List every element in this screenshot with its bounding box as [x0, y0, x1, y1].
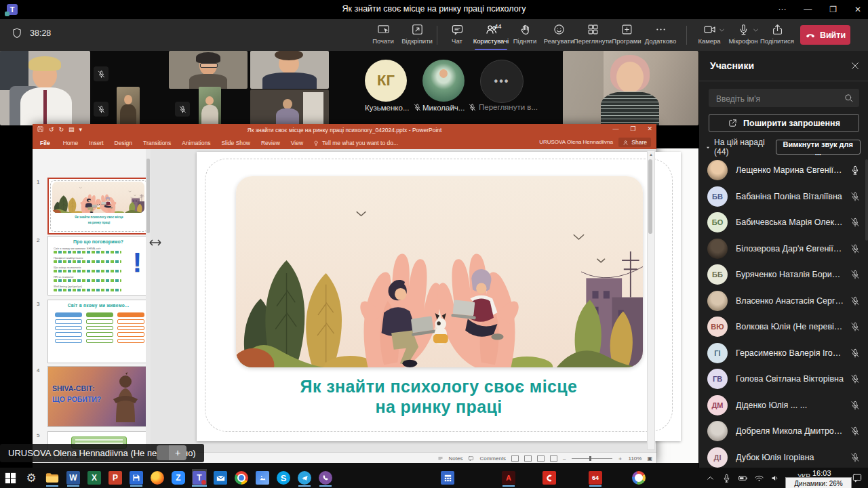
- toolbar-button[interactable]: Почати: [366, 21, 400, 49]
- participant-row[interactable]: БО Бабичевська Марія Олексан...: [699, 209, 868, 236]
- zoom-in-icon[interactable]: ＋: [618, 455, 623, 462]
- taskbar-icon-firefox[interactable]: [150, 469, 165, 487]
- participant-row[interactable]: Власенко Анастасія Сергіївна: [699, 288, 868, 314]
- search-icon[interactable]: [844, 93, 854, 103]
- tell-me-box[interactable]: Tell me what you want to do...: [313, 140, 398, 146]
- zoom-out-icon[interactable]: –: [563, 455, 566, 462]
- window-maximize-icon[interactable]: ❐: [829, 5, 837, 14]
- chevron-down-icon[interactable]: [752, 26, 760, 34]
- participant-mic-icon[interactable]: [850, 321, 861, 332]
- section-label[interactable]: На цій нараді (44): [714, 138, 775, 157]
- ppt-share-button[interactable]: Share: [618, 138, 651, 147]
- ppt-restore-icon[interactable]: ❐: [630, 125, 635, 132]
- avatar[interactable]: [422, 60, 465, 102]
- participant-mic-icon[interactable]: [850, 426, 861, 436]
- ribbon-tab-view[interactable]: View: [285, 140, 309, 146]
- toolbar-button[interactable]: Програми: [610, 21, 644, 49]
- taskbar-icon-bluedisk[interactable]: [129, 469, 144, 487]
- participant-mic-icon[interactable]: [850, 452, 861, 463]
- sorter-view-icon[interactable]: [524, 455, 532, 462]
- taskbar-icon-powerpoint[interactable]: P: [108, 469, 123, 487]
- participant-mic-icon[interactable]: [850, 348, 861, 359]
- window-close-icon[interactable]: ✕: [854, 5, 861, 14]
- search-input[interactable]: [715, 89, 840, 108]
- zoom-out-segment[interactable]: [157, 445, 169, 460]
- notes-toggle[interactable]: Notes: [449, 455, 463, 462]
- ribbon-tab-review[interactable]: Review: [256, 140, 285, 146]
- ribbon-tab-design[interactable]: Design: [109, 140, 138, 146]
- zoom-in-segment[interactable]: +: [169, 445, 186, 460]
- video-tile[interactable]: [117, 87, 140, 125]
- participant-row[interactable]: ГВ Голова Світлана Вікторівна: [699, 366, 868, 392]
- ribbon-tab-insert[interactable]: Insert: [83, 140, 108, 146]
- participant-row[interactable]: Білозерова Дар'я Євгеніївна: [699, 236, 868, 262]
- toolbar-button[interactable]: Відкріпити: [400, 21, 434, 49]
- taskbar-icon-telegram[interactable]: [297, 469, 312, 487]
- reading-view-icon[interactable]: [537, 455, 545, 462]
- slide-thumbnail-3[interactable]: Світ в якому ми живемо...: [47, 300, 149, 363]
- toolbar-button[interactable]: Додатково: [644, 21, 677, 49]
- wifi-icon[interactable]: [754, 473, 764, 483]
- fit-slide-icon[interactable]: ▣: [647, 455, 652, 462]
- avatar[interactable]: КГ: [365, 60, 407, 102]
- window-minimize-icon[interactable]: —: [804, 5, 812, 14]
- action-center-icon[interactable]: [852, 472, 863, 483]
- slide-thumbnail-1[interactable]: Як знайти психологу своє місце на ринку …: [47, 178, 151, 235]
- ppt-minimize-icon[interactable]: —: [612, 125, 618, 132]
- participant-mic-icon[interactable]: [850, 400, 861, 411]
- thumbnails-scrollbar[interactable]: [146, 149, 151, 453]
- video-tile[interactable]: [0, 51, 90, 125]
- taskbar-icon-paint[interactable]: [631, 469, 646, 487]
- tray-chevron-up-icon[interactable]: [705, 473, 715, 483]
- video-tile[interactable]: [563, 51, 698, 125]
- ribbon-tab-home[interactable]: Home: [58, 140, 84, 146]
- participant-mic-icon[interactable]: [850, 269, 861, 280]
- video-tile[interactable]: [169, 51, 248, 89]
- overflow-strip-label[interactable]: Переглянути в...: [479, 103, 538, 111]
- participant-row[interactable]: Добреля Микола Дмитрович: [699, 418, 868, 445]
- participant-row[interactable]: ГІ Герасименко Валерія Ігорівна: [699, 340, 868, 367]
- speaker-icon[interactable]: [770, 473, 781, 483]
- ribbon-tab-transitions[interactable]: Transitions: [138, 140, 176, 146]
- taskbar-icon-photos[interactable]: [255, 469, 270, 487]
- search-box[interactable]: [709, 89, 859, 107]
- zoom-level[interactable]: 110%: [629, 455, 642, 462]
- zoom-slider[interactable]: [572, 458, 612, 459]
- chevron-down-icon[interactable]: [718, 26, 726, 34]
- video-tile[interactable]: [199, 87, 221, 125]
- taskbar-icon-wincatalog[interactable]: [542, 469, 557, 487]
- participant-row[interactable]: ВЮ Волкова Юлія (Не перевірено): [699, 314, 868, 340]
- taskbar-icon-settings[interactable]: ⚙: [24, 469, 39, 487]
- taskbar-icon-zoom-app[interactable]: Z: [171, 469, 186, 487]
- participant-mic-icon[interactable]: [850, 296, 861, 306]
- overflow-avatar[interactable]: •••: [480, 60, 524, 103]
- participant-mic-icon[interactable]: [850, 165, 861, 176]
- taskbar-icon-acrobat[interactable]: A: [501, 469, 516, 487]
- taskbar-icon-word[interactable]: W: [66, 469, 81, 487]
- toolbar-button[interactable]: 44 Користувачі: [474, 21, 508, 49]
- magnifier-control[interactable]: +: [157, 445, 186, 460]
- panel-scrollbar[interactable]: [865, 159, 868, 241]
- taskbar-icon-explorer[interactable]: [45, 469, 60, 487]
- taskbar-icon-skype[interactable]: S: [276, 469, 291, 487]
- taskbar-icon-calculator[interactable]: [440, 469, 455, 487]
- comments-toggle[interactable]: Comments: [479, 455, 506, 462]
- toolbar-button[interactable]: Камера: [692, 21, 726, 49]
- taskbar-icon-mail[interactable]: [213, 469, 228, 487]
- ppt-account-name[interactable]: URUSOVA Olena Hennadiivna: [539, 139, 613, 145]
- toolbar-button[interactable]: Чат: [440, 21, 474, 49]
- taskbar-icon-teams[interactable]: T: [192, 469, 207, 487]
- taskbar-icon-start[interactable]: [3, 469, 18, 487]
- participant-mic-icon[interactable]: [850, 373, 861, 384]
- taskbar-icon-chrome[interactable]: [234, 469, 249, 487]
- normal-view-icon[interactable]: [511, 455, 519, 462]
- participant-row[interactable]: Лещенко Марина Євгеніївна: [699, 157, 868, 184]
- toolbar-button[interactable]: Поділитися: [760, 21, 794, 49]
- taskbar-icon-icon64[interactable]: 64: [588, 469, 603, 487]
- ribbon-tab-slide-show[interactable]: Slide Show: [216, 140, 256, 146]
- toolbar-button[interactable]: Підняти: [508, 21, 542, 49]
- video-tile[interactable]: [250, 51, 329, 89]
- slide-thumbnail-2[interactable]: Про що поговоримо? Світ в якому ми живем…: [47, 236, 149, 296]
- video-tile[interactable]: [250, 89, 329, 125]
- ribbon-tab-file[interactable]: File: [33, 140, 58, 146]
